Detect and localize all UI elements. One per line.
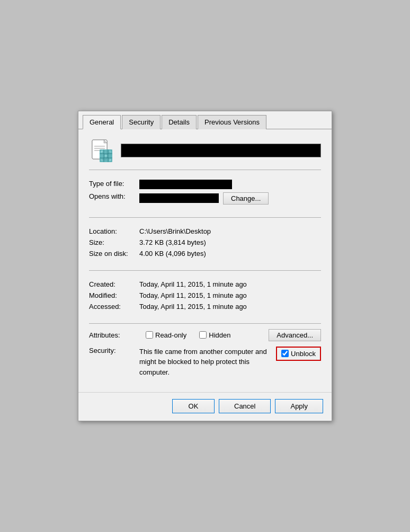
tab-previous-versions[interactable]: Previous Versions: [198, 115, 266, 129]
tab-general[interactable]: General: [83, 115, 121, 129]
properties-dialog: General Security Details Previous Versio…: [78, 111, 332, 422]
unblock-label: Unblock: [291, 350, 316, 358]
opens-with-row: Opens with: Change...: [89, 192, 321, 205]
divider-3: [89, 270, 321, 271]
type-section: Type of file: Opens with: Change...: [89, 175, 321, 212]
accessed-label: Accessed:: [89, 303, 139, 311]
file-name-input[interactable]: [121, 144, 321, 157]
security-content: This file came from another computer and…: [139, 347, 321, 378]
security-text: This file came from another computer and…: [139, 347, 272, 378]
apply-button[interactable]: Apply: [275, 399, 323, 413]
security-row: Security: This file came from another co…: [89, 347, 321, 378]
modified-value: Today, April 11, 2015, 1 minute ago: [139, 291, 321, 299]
general-tab-content: Type of file: Opens with: Change... Loca…: [78, 129, 332, 393]
file-header: [89, 138, 321, 163]
created-label: Created:: [89, 280, 139, 288]
modified-row: Modified: Today, April 11, 2015, 1 minut…: [89, 291, 321, 299]
attributes-label: Attributes:: [89, 331, 139, 339]
size-on-disk-row: Size on disk: 4.00 KB (4,096 bytes): [89, 250, 321, 258]
size-row: Size: 3.72 KB (3,814 bytes): [89, 238, 321, 246]
readonly-checkbox[interactable]: [146, 331, 153, 339]
type-row: Type of file:: [89, 180, 321, 189]
dates-section: Created: Today, April 11, 2015, 1 minute…: [89, 276, 321, 318]
change-button[interactable]: Change...: [223, 192, 269, 205]
button-row: OK Cancel Apply: [78, 392, 332, 421]
tab-security[interactable]: Security: [122, 115, 161, 129]
opens-with-label: Opens with:: [89, 192, 139, 200]
file-icon: [89, 138, 114, 163]
readonly-checkbox-group: Read-only: [146, 331, 186, 339]
hidden-checkbox-group: Hidden: [199, 331, 230, 339]
size-value: 3.72 KB (3,814 bytes): [139, 238, 321, 246]
opens-with-value: [139, 193, 219, 203]
advanced-button[interactable]: Advanced...: [269, 329, 321, 341]
opens-with-content: Change...: [139, 192, 269, 205]
location-value: C:\Users\Brink\Desktop: [139, 227, 321, 235]
accessed-value: Today, April 11, 2015, 1 minute ago: [139, 303, 321, 311]
created-value: Today, April 11, 2015, 1 minute ago: [139, 280, 321, 288]
modified-label: Modified:: [89, 291, 139, 299]
hidden-label: Hidden: [209, 331, 230, 339]
location-label: Location:: [89, 227, 139, 235]
accessed-row: Accessed: Today, April 11, 2015, 1 minut…: [89, 303, 321, 311]
divider-2: [89, 217, 321, 218]
ok-button[interactable]: OK: [172, 399, 215, 413]
type-value: [139, 180, 232, 189]
location-row: Location: C:\Users\Brink\Desktop: [89, 227, 321, 235]
size-on-disk-value: 4.00 KB (4,096 bytes): [139, 250, 321, 258]
size-section: Location: C:\Users\Brink\Desktop Size: 3…: [89, 223, 321, 265]
size-on-disk-label: Size on disk:: [89, 250, 139, 258]
svg-point-17: [109, 150, 111, 153]
created-row: Created: Today, April 11, 2015, 1 minute…: [89, 280, 321, 288]
readonly-label: Read-only: [155, 331, 186, 339]
type-label: Type of file:: [89, 180, 139, 188]
attributes-row: Attributes: Read-only Hidden Advanced...: [89, 329, 321, 341]
svg-point-13: [101, 150, 103, 153]
svg-point-16: [101, 159, 103, 161]
unblock-checkbox[interactable]: [281, 350, 289, 357]
tab-bar: General Security Details Previous Versio…: [78, 111, 332, 129]
svg-point-14: [105, 155, 107, 157]
hidden-checkbox[interactable]: [199, 331, 207, 339]
divider-1: [89, 170, 321, 170]
security-label: Security:: [89, 347, 139, 354]
tab-details[interactable]: Details: [162, 115, 197, 129]
size-label: Size:: [89, 238, 139, 246]
unblock-box: Unblock: [276, 347, 321, 361]
cancel-button[interactable]: Cancel: [219, 399, 271, 413]
divider-4: [89, 323, 321, 324]
svg-point-15: [109, 159, 111, 161]
